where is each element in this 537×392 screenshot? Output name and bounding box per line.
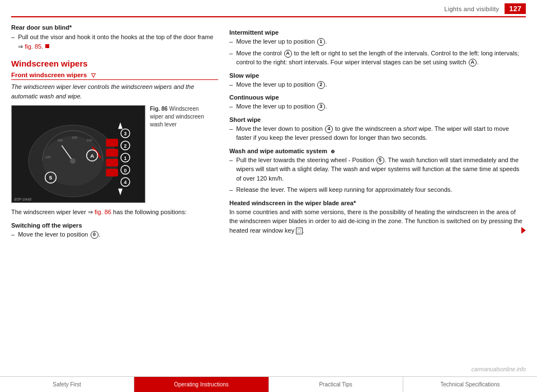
svg-text:120: 120 [45,155,51,159]
figure-container: 120 160 200 240 [11,105,218,203]
intermittent-text-2: Move the control A to the left or right … [236,49,526,67]
windscreen-wipers-heading: Windscreen wipers [11,59,218,68]
svg-rect-10 [106,149,118,157]
main-content: Rear door sun blind* – Pull out the viso… [0,17,537,365]
svg-text:B5P-0448: B5P-0448 [14,197,31,201]
red-square-marker [45,44,49,48]
position-2: 2 [317,81,325,89]
svg-text:4: 4 [124,180,127,185]
svg-text:1: 1 [124,155,127,161]
footer-operating-instructions[interactable]: Operating Instructions [134,377,268,392]
control-a-1: A [284,50,292,58]
fig-86-link[interactable]: fig. 86 [95,209,111,215]
wash-wipe-heading-text: Wash and wipe automatic system [229,148,327,154]
footer-technical-specs[interactable]: Technical Specifications [403,377,537,392]
control-a-2: A [469,59,477,67]
svg-text:200: 200 [72,136,78,139]
dash-icon-9: – [229,185,233,195]
lever-positions-text: The windscreen wiper lever ⇒ fig. 86 has… [11,207,218,217]
wash-wipe-bullet-1: – Pull the lever towards the steering wh… [229,155,526,183]
rear-door-text: Pull out the visor and hook it onto the … [18,32,218,51]
svg-text:3: 3 [124,131,127,136]
front-wipers-subheading: Front windscreen wipers ▽ [11,72,218,80]
switching-off-text: Move the lever to position 0. [18,230,100,239]
position-4: 4 [325,125,333,133]
footer-practical-tips[interactable]: Practical Tips [269,377,403,392]
dash-icon-6: – [229,102,233,111]
footer-safety-first[interactable]: Safety First [0,377,134,392]
left-column: Rear door sun blind* – Pull out the viso… [11,24,218,365]
position-0: 0 [91,231,98,239]
heated-windscreen-text: In some countries and with some versions… [229,207,526,235]
footer-technical-specs-label: Technical Specifications [440,381,500,388]
continuous-wipe-bullet: – Move the lever up to position 3. [229,102,526,111]
intermittent-bullet-2: – Move the control A to the left or righ… [229,49,526,67]
continuous-wipe-heading: Continuous wipe [229,94,526,101]
dash-icon-7: – [229,124,233,134]
watermark: carmanualsonline.info [472,366,526,372]
rear-window-key-icon: □ [296,228,302,234]
dash-icon-8: – [229,155,233,165]
short-wipe-heading: Short wipe [229,116,526,123]
continue-arrow [521,227,526,234]
header-title: Lights and visibility [444,6,499,12]
rear-door-heading: Rear door sun blind* [11,24,218,31]
header: Lights and visibility 127 [11,0,526,17]
svg-rect-12 [106,169,118,177]
svg-text:240: 240 [87,139,93,142]
svg-rect-9 [106,139,118,147]
rear-door-bullet: – Pull out the visor and hook it onto th… [11,32,218,51]
slow-wipe-text: Move the lever up to position 2. [236,80,327,89]
dash-icon-3: – [229,37,233,46]
front-wipers-label: Front windscreen wipers [11,72,87,78]
footer-practical-tips-label: Practical Tips [319,381,352,388]
right-column: Intermittent wipe – Move the lever up to… [229,24,526,365]
position-1: 1 [317,38,325,46]
svg-text:2: 2 [124,143,127,149]
svg-rect-11 [106,159,118,167]
wiper-svg: 120 160 200 240 [12,106,145,202]
front-wipers-intro: The windscreen wiper lever controls the … [11,82,218,101]
footer-operating-instructions-label: Operating Instructions [174,381,229,388]
slow-wipe-heading: Slow wipe [229,72,526,79]
wash-wipe-icon: ⊕ [331,149,335,154]
note-icon: ▽ [91,72,96,78]
footer-safety-first-label: Safety First [53,381,81,388]
wash-wipe-heading: Wash and wipe automatic system ⊕ [229,148,526,154]
short-wipe-text: Move the lever down to position 4 to giv… [236,124,526,143]
wiper-diagram-image: 120 160 200 240 [11,105,145,203]
position-5: 5 [376,157,384,164]
dash-icon: – [11,32,15,42]
svg-point-8 [70,158,76,164]
intermittent-wipe-heading: Intermittent wipe [229,29,526,36]
svg-text:0: 0 [124,168,127,173]
wash-wipe-text-2: Release the lever. The wipers will keep … [236,185,452,195]
short-wipe-bullet: – Move the lever down to position 4 to g… [229,124,526,143]
fig-caption-title: Fig. 86 [150,106,168,112]
heated-windscreen-heading: Heated windscreen in the wiper blade are… [229,200,526,206]
slow-wipe-bullet: – Move the lever up to position 2. [229,80,526,89]
svg-text:5: 5 [49,174,53,181]
wash-wipe-text-1: Pull the lever towards the steering whee… [236,155,526,183]
continuous-wipe-text: Move the lever up to position 3. [236,102,327,111]
watermark-text: carmanualsonline.info [472,366,526,372]
rear-door-section: Rear door sun blind* – Pull out the viso… [11,24,218,51]
page-number: 127 [505,3,526,14]
position-3: 3 [317,103,325,111]
fig-caption: Fig. 86 Windscreen wiper and windscreen … [150,105,211,129]
switching-off-heading: Switching off the wipers [11,222,218,229]
intermittent-bullet-1: – Move the lever up to position 1. [229,37,526,46]
dash-icon-5: – [229,80,233,89]
footer-bar: Safety First Operating Instructions Prac… [0,376,537,392]
dash-icon-4: – [229,49,233,58]
dash-icon-2: – [11,230,15,239]
intermittent-text-1: Move the lever up to position 1. [236,37,327,46]
svg-text:160: 160 [57,139,63,142]
switching-off-bullet: – Move the lever to position 0. [11,230,218,239]
svg-text:A: A [90,153,94,159]
fig-85-link[interactable]: fig. 85 [25,43,41,50]
wash-wipe-bullet-2: – Release the lever. The wipers will kee… [229,185,526,195]
